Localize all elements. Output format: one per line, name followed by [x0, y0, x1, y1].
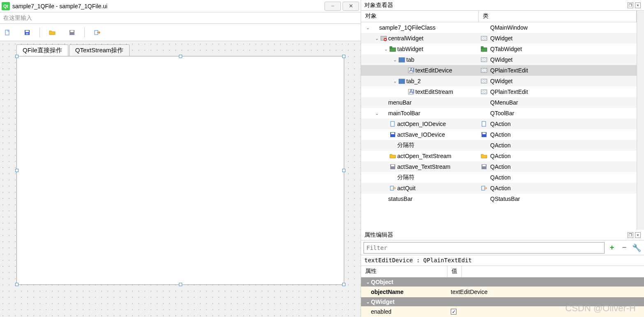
svg-rect-15 [399, 58, 405, 59]
tab-qtextstream[interactable]: QTextStream操作 [69, 44, 130, 56]
add-property-button[interactable]: + [607, 243, 617, 253]
object-icon [389, 185, 396, 191]
expander-icon[interactable]: ⌄ [391, 79, 398, 84]
expander-icon[interactable]: ⌄ [364, 280, 371, 285]
class-icon [480, 131, 488, 138]
expander-icon[interactable]: ⌄ [364, 25, 371, 30]
dock-button[interactable]: ❐ [628, 2, 633, 8]
object-icon [389, 174, 396, 181]
new-file-icon[interactable] [3, 28, 12, 37]
class-name: QAction [490, 174, 511, 181]
class-icon [480, 24, 488, 31]
property-value[interactable]: textEditDevice [451, 289, 487, 295]
object-icon [389, 163, 396, 170]
filter-input[interactable] [364, 242, 605, 254]
tree-row[interactable]: actSave_IODeviceQAction [361, 129, 637, 140]
design-canvas[interactable]: QFile直接操作 QTextStream操作 [0, 41, 361, 317]
class-name: QAction [490, 121, 511, 127]
text-edit-device[interactable] [16, 56, 344, 285]
class-name: QAction [490, 163, 511, 170]
tree-row[interactable]: 分隔符QAction [361, 140, 637, 151]
tree-row[interactable]: AItextEditDeviceQPlainTextEdit [361, 65, 637, 76]
svg-rect-30 [482, 121, 486, 126]
scrollbar[interactable] [637, 11, 644, 230]
right-panel: 对象查看器 ❐ × 对象 类 ⌄sample7_1QFileClassQMain… [361, 0, 644, 317]
tree-row[interactable]: ⌄mainToolBarQToolBar [361, 108, 637, 119]
class-icon [480, 174, 488, 181]
tree-row[interactable]: ⌄sample7_1QFileClassQMainWindow [361, 22, 637, 33]
object-name: textEditDevice [415, 67, 452, 74]
tree-row[interactable]: ⌄tabQWidget [361, 54, 637, 65]
class-icon [480, 89, 488, 95]
resize-handle[interactable] [15, 169, 19, 172]
tree-row[interactable]: ⌄tabWidgetQTabWidget [361, 44, 637, 54]
qt-logo-icon: Qt [2, 2, 10, 10]
tree-row[interactable]: statusBarQStatusBar [361, 193, 637, 204]
resize-handle[interactable] [342, 55, 345, 58]
object-icon [380, 196, 387, 202]
checkbox[interactable]: ✓ [451, 309, 456, 315]
expander-icon[interactable]: ⌄ [364, 299, 371, 305]
close-panel-button[interactable]: × [635, 2, 641, 8]
tree-row[interactable]: menuBarQMenuBar [361, 97, 637, 108]
resize-handle[interactable] [179, 55, 182, 58]
tree-row[interactable]: actOpen_TextStreamQAction [361, 151, 637, 161]
column-value[interactable]: 值 [447, 266, 462, 277]
object-name: actOpen_IODevice [397, 121, 446, 127]
resize-handle[interactable] [15, 283, 19, 286]
tree-row[interactable]: actOpen_IODeviceQAction [361, 119, 637, 129]
close-panel-button[interactable]: × [635, 232, 641, 238]
tree-row[interactable]: 分隔符QAction [361, 172, 637, 183]
class-icon [480, 46, 488, 52]
object-tree[interactable]: ⌄sample7_1QFileClassQMainWindow⌄centralW… [361, 22, 637, 230]
remove-property-button[interactable]: − [619, 243, 629, 253]
toolbar-separator [84, 28, 85, 37]
object-icon [398, 56, 405, 63]
resize-handle[interactable] [15, 55, 19, 58]
object-name: tab [406, 56, 414, 63]
tree-row[interactable]: ⌄centralWidgetQWidget [361, 33, 637, 44]
tree-row[interactable]: actSave_TextStreamQAction [361, 161, 637, 172]
save-as-icon[interactable] [68, 28, 76, 37]
class-icon [480, 196, 488, 202]
class-name: QStatusBar [490, 196, 520, 202]
settings-button[interactable]: 🔧 [632, 243, 642, 253]
resize-handle[interactable] [342, 283, 345, 286]
property-group[interactable]: ⌄QWidget [361, 297, 644, 306]
tree-row[interactable]: actQuitQAction [361, 183, 637, 193]
minimize-button[interactable] [324, 2, 341, 11]
quit-icon[interactable] [93, 28, 101, 37]
expander-icon[interactable]: ⌄ [391, 57, 398, 63]
expander-icon[interactable]: ⌄ [373, 36, 380, 41]
class-icon [480, 110, 488, 117]
property-row[interactable]: objectNametextEditDevice [361, 287, 644, 297]
property-row[interactable]: enabled✓ [361, 306, 644, 317]
expander-icon[interactable]: ⌄ [382, 47, 389, 52]
property-group[interactable]: ⌄QObject [361, 277, 644, 287]
dock-button[interactable]: ❐ [628, 232, 633, 238]
object-name: sample7_1QFileClass [379, 24, 436, 31]
tab-qfile[interactable]: QFile直接操作 [16, 44, 68, 56]
tree-row[interactable]: ⌄tab_2QWidget [361, 76, 637, 86]
class-name: QWidget [490, 56, 512, 63]
menubar[interactable]: 在这里输入 [0, 12, 361, 24]
class-name: QTabWidget [490, 46, 522, 52]
object-inspector-title: 对象查看器 [364, 2, 628, 9]
column-object[interactable]: 对象 [361, 11, 479, 22]
resize-handle[interactable] [342, 169, 345, 172]
column-property[interactable]: 属性 [361, 266, 447, 277]
property-list[interactable]: ⌄QObjectobjectNametextEditDevice⌄QWidget… [361, 277, 644, 317]
class-name: QPlainTextEdit [490, 89, 528, 95]
close-button[interactable] [343, 2, 359, 11]
expander-icon[interactable]: ⌄ [373, 111, 380, 116]
column-class[interactable]: 类 [479, 11, 637, 22]
tree-row[interactable]: AItextEditStreamQPlainTextEdit [361, 86, 637, 97]
open-folder-icon[interactable] [48, 28, 56, 37]
save-icon[interactable] [23, 28, 31, 37]
object-name: actOpen_TextStream [397, 153, 452, 159]
group-name: QObject [371, 279, 393, 285]
object-icon [389, 153, 396, 159]
svg-rect-16 [399, 59, 405, 61]
resize-handle[interactable] [179, 283, 182, 286]
svg-rect-12 [390, 47, 392, 48]
